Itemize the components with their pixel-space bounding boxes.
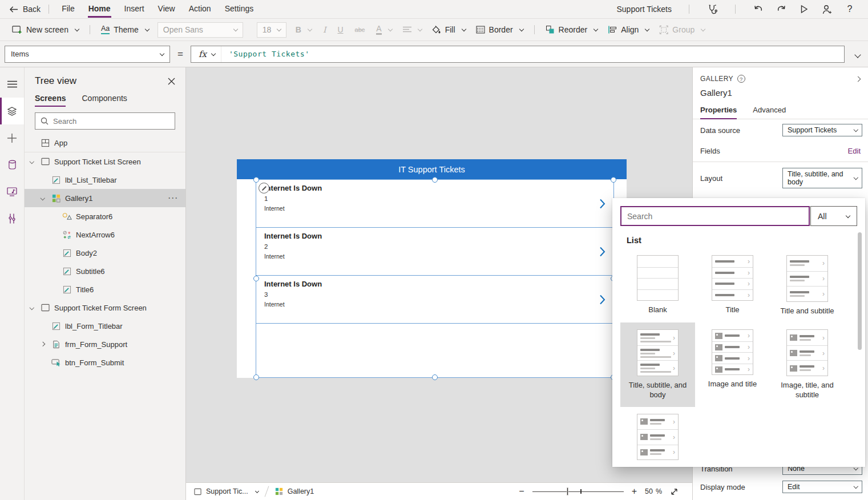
flyout-scrollbar[interactable]: [858, 232, 862, 350]
strikethrough-button[interactable]: abc: [349, 21, 371, 38]
selection-handle[interactable]: [253, 276, 259, 281]
data-source-select[interactable]: Support Tickets: [782, 124, 862, 136]
menu-action[interactable]: Action: [182, 0, 218, 18]
layout-option-title-subtitle-and-body[interactable]: ›››Title, subtitle, and body: [620, 322, 695, 406]
menu-file[interactable]: File: [55, 0, 82, 18]
zoom-in-button[interactable]: +: [632, 487, 637, 496]
selection-handle[interactable]: [432, 374, 438, 380]
screen-support-ticket-list[interactable]: IT Support Tickets Internet Is Down1Inte…: [237, 159, 627, 378]
tab-advanced[interactable]: Advanced: [753, 106, 786, 119]
layout-search-input[interactable]: [627, 212, 803, 221]
screen-selector[interactable]: Support Tic...: [194, 487, 259, 495]
fx-dropdown[interactable]: [207, 46, 221, 62]
back-button[interactable]: Back: [9, 5, 41, 14]
selection-handle[interactable]: [253, 374, 259, 380]
insert-plus-rail-icon[interactable]: [0, 124, 24, 151]
formula-bar-expand-chevron[interactable]: [853, 50, 860, 59]
menu-home[interactable]: Home: [82, 0, 118, 18]
underline-button[interactable]: U: [332, 21, 349, 38]
text-align-button[interactable]: [398, 21, 427, 38]
layout-select[interactable]: Title, subtitle, and body: [782, 168, 862, 188]
more-options-button[interactable]: ···: [168, 194, 179, 202]
chevron-right-icon[interactable]: [41, 342, 51, 346]
zoom-out-button[interactable]: −: [519, 487, 524, 496]
tree-search-box[interactable]: [35, 112, 175, 130]
zoom-slider[interactable]: [532, 487, 624, 495]
hamburger-menu-icon[interactable]: [0, 71, 24, 98]
app-checker-icon[interactable]: [706, 3, 718, 15]
tree-item-title6[interactable]: Title6: [25, 280, 185, 299]
zoom-slider-thumb[interactable]: [567, 487, 568, 495]
preview-play-button[interactable]: [798, 3, 810, 15]
tree-item-subtitle6[interactable]: Subtitle6: [25, 262, 185, 280]
tree-item-lbl-form-titlebar[interactable]: lbl_Form_Titlebar: [25, 317, 185, 335]
next-arrow-icon[interactable]: [599, 294, 605, 305]
tree-view-rail-icon[interactable]: [0, 98, 24, 124]
fit-to-window-icon[interactable]: [670, 487, 679, 496]
menu-view[interactable]: View: [151, 0, 182, 18]
data-sources-rail-icon[interactable]: [0, 151, 24, 178]
layout-option-image-title-and-subtitle[interactable]: ›››Image, title, and subtitle: [770, 322, 845, 406]
share-person-icon[interactable]: [821, 3, 833, 15]
gallery-item[interactable]: Internet Is Down3Internet: [256, 276, 613, 324]
layout-filter-select[interactable]: All: [810, 206, 857, 226]
menu-insert[interactable]: Insert: [118, 0, 151, 18]
layout-option-image-and-title[interactable]: ››››Image and title: [695, 322, 770, 406]
layout-option-partial[interactable]: ›››: [620, 407, 695, 467]
tree-item-body2[interactable]: Body2: [25, 244, 185, 262]
tree-item-support-ticket-form-screen[interactable]: Support Ticket Form Screen: [25, 299, 185, 317]
formula-input[interactable]: fx 'Support Tickets': [191, 46, 845, 63]
align-button[interactable]: Align: [603, 21, 654, 38]
gallery-item[interactable]: Internet Is Down1Internet: [256, 180, 613, 228]
layout-option-blank[interactable]: Blank: [620, 248, 695, 322]
property-select[interactable]: Items: [5, 46, 170, 63]
selected-control-breadcrumb[interactable]: Gallery1: [275, 487, 314, 495]
tree-item-separator6[interactable]: Separator6: [25, 207, 185, 225]
next-arrow-icon[interactable]: [599, 246, 605, 257]
tree-item-lbl-list-titlebar[interactable]: lbl_List_Titlebar: [25, 171, 185, 189]
reorder-button[interactable]: Reorder: [540, 21, 603, 38]
tree-item-nextarrow6[interactable]: NextArrow6: [25, 225, 185, 244]
tree-item-app[interactable]: App: [25, 134, 185, 152]
advanced-tools-rail-icon[interactable]: [0, 205, 24, 232]
fill-button[interactable]: Fill: [427, 21, 471, 38]
selection-handle[interactable]: [432, 177, 438, 183]
close-icon[interactable]: [168, 78, 175, 85]
font-family-select[interactable]: Open Sans: [158, 22, 243, 38]
display-mode-select[interactable]: Edit: [782, 481, 862, 493]
tree-item-frm-form-support[interactable]: frm_Form_Support: [25, 335, 185, 353]
italic-button[interactable]: I: [317, 21, 332, 38]
tree-search-input[interactable]: [53, 117, 169, 126]
border-button[interactable]: Border: [471, 21, 528, 38]
fields-edit-link[interactable]: Edit: [848, 147, 862, 155]
redo-button[interactable]: [776, 3, 787, 15]
gallery-item[interactable]: Internet Is Down2Internet: [256, 228, 613, 276]
tab-properties[interactable]: Properties: [700, 106, 737, 119]
tab-components[interactable]: Components: [82, 94, 127, 107]
group-button[interactable]: Group: [654, 21, 710, 38]
theme-button[interactable]: Aa Theme: [96, 21, 154, 38]
collapse-panel-chevron[interactable]: [853, 75, 860, 83]
selection-handle[interactable]: [611, 177, 616, 183]
screen-titlebar-label[interactable]: IT Support Tickets: [237, 159, 627, 179]
tab-screens[interactable]: Screens: [35, 94, 66, 107]
tree-item-gallery1[interactable]: Gallery1···: [25, 189, 185, 207]
menu-settings[interactable]: Settings: [218, 0, 261, 18]
chevron-down-icon[interactable]: [30, 160, 41, 163]
chevron-down-icon[interactable]: [30, 306, 41, 309]
tree-item-support-ticket-list-screen[interactable]: Support Ticket List Screen: [25, 152, 185, 171]
edit-pencil-icon[interactable]: [259, 183, 269, 193]
help-icon[interactable]: ?: [844, 3, 855, 15]
next-arrow-icon[interactable]: [599, 198, 605, 209]
bold-button[interactable]: B: [290, 21, 317, 38]
chevron-down-icon[interactable]: [41, 196, 51, 200]
tree-item-btn-form-submit[interactable]: btn_Form_Submit: [25, 353, 185, 372]
undo-button[interactable]: [753, 3, 764, 15]
layout-search-box[interactable]: [620, 206, 810, 226]
layout-option-title[interactable]: ››››Title: [695, 248, 770, 322]
gallery1-control[interactable]: Internet Is Down1InternetInternet Is Dow…: [256, 179, 614, 378]
media-rail-icon[interactable]: [0, 178, 24, 205]
help-circle-icon[interactable]: ?: [737, 75, 745, 83]
font-size-select[interactable]: 18: [257, 22, 286, 38]
new-screen-button[interactable]: New screen: [7, 21, 84, 38]
